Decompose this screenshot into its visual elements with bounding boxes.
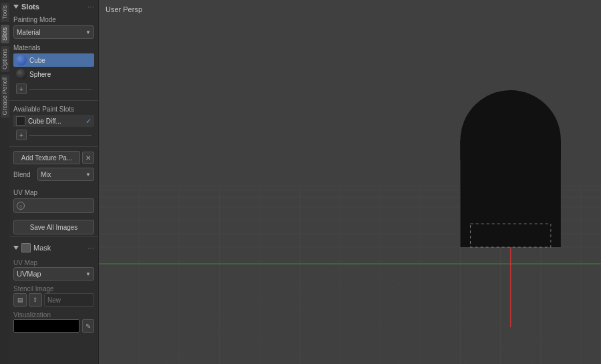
material-ball-sphere bbox=[16, 69, 27, 79]
mask-uv-arrow: ▼ bbox=[85, 271, 91, 277]
materials-label: Materials bbox=[13, 44, 94, 51]
material-divider bbox=[29, 89, 91, 89]
mask-collapse-icon bbox=[13, 246, 19, 250]
paint-slot-controls: + bbox=[13, 128, 94, 142]
mask-checkbox[interactable] bbox=[21, 243, 31, 252]
paint-slots-section: Available Paint Slots Cube Diff... ✓ + bbox=[9, 103, 98, 144]
slots-header-left: Slots bbox=[13, 3, 39, 11]
painting-mode-arrow: ▼ bbox=[85, 29, 91, 35]
add-texture-btn[interactable]: Add Texture Pa... bbox=[13, 151, 80, 164]
add-texture-row: Add Texture Pa... ✕ bbox=[9, 149, 98, 166]
blend-dropdown[interactable]: Mix ▼ bbox=[37, 168, 94, 181]
tab-grease-pencil[interactable]: Grease Pencil bbox=[1, 75, 9, 118]
mask-header: Mask ⋯ bbox=[13, 242, 94, 254]
svg-line-27 bbox=[350, 264, 400, 364]
tab-slots[interactable]: Slots bbox=[1, 25, 9, 43]
tab-options[interactable]: Options bbox=[1, 46, 9, 72]
stencil-icon2: ⇧ bbox=[29, 293, 42, 307]
mask-label: Mask bbox=[33, 244, 51, 252]
svg-line-23 bbox=[99, 264, 350, 364]
material-name-sphere: Sphere bbox=[29, 71, 91, 78]
materials-section: Materials Cube Sphere + bbox=[9, 41, 98, 98]
mask-menu-icon[interactable]: ⋯ bbox=[87, 244, 94, 252]
viewport-canvas bbox=[99, 0, 601, 364]
slot-check-icon: ✓ bbox=[85, 117, 91, 126]
svg-line-26 bbox=[300, 264, 350, 364]
svg-line-24 bbox=[166, 264, 350, 364]
painting-mode-section: Painting Mode Material ▼ bbox=[9, 13, 98, 41]
uv-icon: ○ bbox=[17, 202, 25, 210]
stencil-image-label: Stencil Image bbox=[9, 283, 98, 293]
slots-section-header[interactable]: Slots ⋯ bbox=[9, 0, 98, 13]
painting-mode-dropdown[interactable]: Material ▼ bbox=[13, 25, 94, 39]
mask-uv-map-dropdown[interactable]: UVMap ▼ bbox=[13, 267, 94, 281]
visualization-edit-btn[interactable]: ✎ bbox=[82, 319, 94, 333]
svg-line-28 bbox=[350, 264, 467, 364]
3d-object bbox=[460, 90, 560, 327]
visualization-color-swatch[interactable] bbox=[13, 319, 79, 333]
svg-rect-35 bbox=[460, 140, 560, 160]
painting-mode-value: Material bbox=[17, 29, 41, 36]
mask-header-left: Mask bbox=[13, 243, 51, 252]
svg-line-30 bbox=[350, 264, 601, 364]
material-controls: + bbox=[13, 82, 94, 96]
painting-mode-label: Painting Mode bbox=[13, 16, 94, 23]
add-paint-slot-btn[interactable]: + bbox=[16, 130, 27, 140]
svg-line-25 bbox=[233, 264, 350, 364]
left-panel: Slots ⋯ Painting Mode Material ▼ Materia… bbox=[9, 0, 99, 364]
material-item-cube[interactable]: Cube bbox=[13, 53, 94, 67]
paint-slot-divider bbox=[29, 135, 91, 136]
stencil-name-field[interactable]: New bbox=[44, 293, 94, 307]
divider-1 bbox=[9, 100, 98, 101]
material-name-cube: Cube bbox=[29, 57, 91, 64]
slots-label: Slots bbox=[21, 3, 39, 11]
material-item-sphere[interactable]: Sphere bbox=[13, 67, 94, 81]
vertical-tab-strip: Tools Slots Options Grease Pencil bbox=[0, 0, 9, 364]
mask-uv-map-label: UV Map bbox=[9, 256, 98, 267]
blend-row: Blend Mix ▼ bbox=[9, 166, 98, 182]
viewport: User Persp bbox=[99, 0, 601, 364]
slot-color-swatch bbox=[16, 116, 25, 126]
slots-menu-icon[interactable]: ⋯ bbox=[87, 3, 94, 11]
stencil-icon: ▤ bbox=[13, 293, 27, 307]
mask-uv-map-value: UVMap bbox=[17, 270, 41, 278]
paint-slot-item[interactable]: Cube Diff... ✓ bbox=[13, 115, 94, 127]
blend-label: Blend bbox=[13, 171, 33, 178]
add-material-btn[interactable]: + bbox=[16, 83, 27, 94]
uv-map-section: UV Map ○ bbox=[9, 186, 98, 218]
uv-map-input[interactable]: ○ bbox=[13, 198, 94, 213]
paint-slots-label: Available Paint Slots bbox=[13, 106, 94, 113]
slots-collapse-icon bbox=[13, 5, 19, 9]
slot-name: Cube Diff... bbox=[28, 118, 83, 125]
divider-3 bbox=[9, 236, 98, 237]
divider-2 bbox=[9, 146, 98, 147]
save-all-images-btn[interactable]: Save All Images bbox=[13, 220, 94, 234]
visualization-row: ✎ bbox=[13, 319, 94, 333]
remove-texture-btn[interactable]: ✕ bbox=[82, 152, 94, 164]
stencil-image-row: ▤ ⇧ New bbox=[13, 293, 94, 307]
svg-line-29 bbox=[350, 264, 534, 364]
material-ball-cube bbox=[16, 55, 27, 65]
blend-value: Mix bbox=[41, 171, 51, 178]
mask-section: Mask ⋯ bbox=[9, 239, 98, 256]
blend-arrow: ▼ bbox=[85, 172, 91, 178]
uv-map-section-label: UV Map bbox=[13, 189, 94, 196]
visualization-label: Visualization bbox=[9, 309, 98, 319]
tab-tools[interactable]: Tools bbox=[1, 3, 9, 22]
